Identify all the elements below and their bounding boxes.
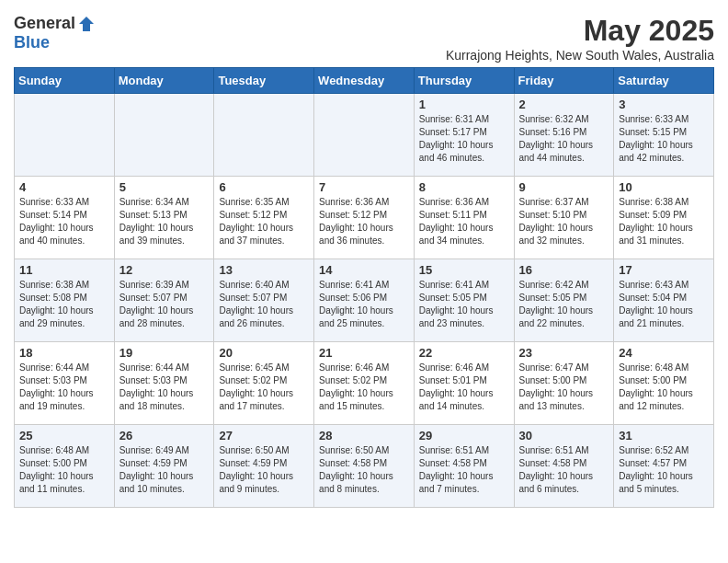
day-number: 25 <box>19 429 109 442</box>
calendar-cell: 29Sunrise: 6:51 AM Sunset: 4:58 PM Dayli… <box>414 425 514 508</box>
logo: General Blue <box>14 14 96 52</box>
day-number: 9 <box>519 180 609 194</box>
day-number: 18 <box>19 346 109 360</box>
day-number: 15 <box>419 263 509 277</box>
calendar-cell: 19Sunrise: 6:44 AM Sunset: 5:03 PM Dayli… <box>114 342 214 425</box>
day-number: 17 <box>619 263 709 277</box>
calendar-cell <box>15 94 115 177</box>
calendar-cell: 17Sunrise: 6:43 AM Sunset: 5:04 PM Dayli… <box>614 259 714 342</box>
calendar-cell: 20Sunrise: 6:45 AM Sunset: 5:02 PM Dayli… <box>214 342 314 425</box>
logo-general: General <box>14 14 75 33</box>
calendar-cell: 23Sunrise: 6:47 AM Sunset: 5:00 PM Dayli… <box>514 342 614 425</box>
day-info: Sunrise: 6:36 AM Sunset: 5:11 PM Dayligh… <box>419 196 509 247</box>
calendar-cell: 27Sunrise: 6:50 AM Sunset: 4:59 PM Dayli… <box>214 425 314 508</box>
day-number: 29 <box>419 429 509 442</box>
location-subtitle: Kurrajong Heights, New South Wales, Aust… <box>446 48 714 63</box>
day-number: 2 <box>519 98 609 111</box>
calendar-cell: 18Sunrise: 6:44 AM Sunset: 5:03 PM Dayli… <box>15 342 115 425</box>
day-number: 8 <box>419 180 509 194</box>
day-number: 4 <box>19 180 109 194</box>
day-number: 28 <box>319 429 409 442</box>
week-row-3: 11Sunrise: 6:38 AM Sunset: 5:08 PM Dayli… <box>15 259 714 342</box>
day-info: Sunrise: 6:50 AM Sunset: 4:59 PM Dayligh… <box>219 444 309 496</box>
day-number: 24 <box>619 346 709 360</box>
calendar-cell: 28Sunrise: 6:50 AM Sunset: 4:58 PM Dayli… <box>314 425 415 508</box>
day-info: Sunrise: 6:36 AM Sunset: 5:12 PM Dayligh… <box>319 196 409 247</box>
day-info: Sunrise: 6:52 AM Sunset: 4:57 PM Dayligh… <box>619 444 709 496</box>
day-info: Sunrise: 6:33 AM Sunset: 5:15 PM Dayligh… <box>619 113 709 165</box>
calendar-body: 1Sunrise: 6:31 AM Sunset: 5:17 PM Daylig… <box>15 94 714 508</box>
calendar-cell <box>314 94 415 177</box>
title-section: May 2025 Kurrajong Heights, New South Wa… <box>446 14 714 63</box>
day-info: Sunrise: 6:32 AM Sunset: 5:16 PM Dayligh… <box>519 113 609 165</box>
calendar-table: SundayMondayTuesdayWednesdayThursdayFrid… <box>14 67 714 508</box>
day-number: 16 <box>519 263 609 277</box>
week-row-5: 25Sunrise: 6:48 AM Sunset: 5:00 PM Dayli… <box>15 425 714 508</box>
day-number: 13 <box>219 263 309 277</box>
day-number: 27 <box>219 429 309 442</box>
calendar-cell: 9Sunrise: 6:37 AM Sunset: 5:10 PM Daylig… <box>514 177 614 259</box>
day-number: 30 <box>519 429 609 442</box>
calendar-cell: 26Sunrise: 6:49 AM Sunset: 4:59 PM Dayli… <box>114 425 214 508</box>
day-number: 22 <box>419 346 509 360</box>
calendar-cell: 4Sunrise: 6:33 AM Sunset: 5:14 PM Daylig… <box>15 177 115 259</box>
calendar-cell: 5Sunrise: 6:34 AM Sunset: 5:13 PM Daylig… <box>114 177 214 259</box>
day-info: Sunrise: 6:48 AM Sunset: 5:00 PM Dayligh… <box>19 444 109 496</box>
day-number: 21 <box>319 346 409 360</box>
day-info: Sunrise: 6:51 AM Sunset: 4:58 PM Dayligh… <box>419 444 509 496</box>
day-number: 14 <box>319 263 409 277</box>
calendar-cell: 21Sunrise: 6:46 AM Sunset: 5:02 PM Dayli… <box>314 342 415 425</box>
calendar-cell <box>114 94 214 177</box>
day-info: Sunrise: 6:41 AM Sunset: 5:05 PM Dayligh… <box>419 279 509 330</box>
day-info: Sunrise: 6:33 AM Sunset: 5:14 PM Dayligh… <box>19 196 109 247</box>
day-number: 6 <box>219 180 309 194</box>
day-number: 10 <box>619 180 709 194</box>
calendar-cell: 15Sunrise: 6:41 AM Sunset: 5:05 PM Dayli… <box>414 259 514 342</box>
day-info: Sunrise: 6:43 AM Sunset: 5:04 PM Dayligh… <box>619 279 709 330</box>
day-number: 26 <box>119 429 210 442</box>
day-info: Sunrise: 6:34 AM Sunset: 5:13 PM Dayligh… <box>119 196 210 247</box>
calendar-cell: 31Sunrise: 6:52 AM Sunset: 4:57 PM Dayli… <box>614 425 714 508</box>
calendar-cell: 12Sunrise: 6:39 AM Sunset: 5:07 PM Dayli… <box>114 259 214 342</box>
logo-blue: Blue <box>14 33 50 52</box>
day-info: Sunrise: 6:51 AM Sunset: 4:58 PM Dayligh… <box>519 444 609 496</box>
page-header: General Blue May 2025 Kurrajong Heights,… <box>14 14 714 63</box>
calendar-cell: 13Sunrise: 6:40 AM Sunset: 5:07 PM Dayli… <box>214 259 314 342</box>
day-info: Sunrise: 6:37 AM Sunset: 5:10 PM Dayligh… <box>519 196 609 247</box>
day-number: 5 <box>119 180 210 194</box>
calendar-cell: 11Sunrise: 6:38 AM Sunset: 5:08 PM Dayli… <box>15 259 115 342</box>
calendar-cell: 25Sunrise: 6:48 AM Sunset: 5:00 PM Dayli… <box>15 425 115 508</box>
logo-icon <box>77 15 96 33</box>
day-info: Sunrise: 6:39 AM Sunset: 5:07 PM Dayligh… <box>119 279 210 330</box>
day-info: Sunrise: 6:47 AM Sunset: 5:00 PM Dayligh… <box>519 362 609 413</box>
calendar-cell: 22Sunrise: 6:46 AM Sunset: 5:01 PM Dayli… <box>414 342 514 425</box>
week-row-1: 1Sunrise: 6:31 AM Sunset: 5:17 PM Daylig… <box>15 94 714 177</box>
day-info: Sunrise: 6:38 AM Sunset: 5:09 PM Dayligh… <box>619 196 709 247</box>
day-info: Sunrise: 6:46 AM Sunset: 5:02 PM Dayligh… <box>319 362 409 413</box>
day-number: 3 <box>619 98 709 111</box>
day-number: 20 <box>219 346 309 360</box>
calendar-header: SundayMondayTuesdayWednesdayThursdayFrid… <box>15 68 714 94</box>
weekday-friday: Friday <box>514 68 614 94</box>
day-info: Sunrise: 6:40 AM Sunset: 5:07 PM Dayligh… <box>219 279 309 330</box>
weekday-wednesday: Wednesday <box>314 68 415 94</box>
day-info: Sunrise: 6:38 AM Sunset: 5:08 PM Dayligh… <box>19 279 109 330</box>
day-number: 19 <box>119 346 210 360</box>
weekday-thursday: Thursday <box>414 68 514 94</box>
day-info: Sunrise: 6:44 AM Sunset: 5:03 PM Dayligh… <box>19 362 109 413</box>
day-number: 11 <box>19 263 109 277</box>
week-row-4: 18Sunrise: 6:44 AM Sunset: 5:03 PM Dayli… <box>15 342 714 425</box>
calendar-cell: 3Sunrise: 6:33 AM Sunset: 5:15 PM Daylig… <box>614 94 714 177</box>
svg-marker-0 <box>79 17 94 31</box>
day-info: Sunrise: 6:31 AM Sunset: 5:17 PM Dayligh… <box>419 113 509 165</box>
week-row-2: 4Sunrise: 6:33 AM Sunset: 5:14 PM Daylig… <box>15 177 714 259</box>
weekday-tuesday: Tuesday <box>214 68 314 94</box>
calendar-cell <box>214 94 314 177</box>
day-info: Sunrise: 6:45 AM Sunset: 5:02 PM Dayligh… <box>219 362 309 413</box>
day-info: Sunrise: 6:48 AM Sunset: 5:00 PM Dayligh… <box>619 362 709 413</box>
calendar-cell: 7Sunrise: 6:36 AM Sunset: 5:12 PM Daylig… <box>314 177 415 259</box>
calendar-cell: 16Sunrise: 6:42 AM Sunset: 5:05 PM Dayli… <box>514 259 614 342</box>
calendar-cell: 1Sunrise: 6:31 AM Sunset: 5:17 PM Daylig… <box>414 94 514 177</box>
day-info: Sunrise: 6:41 AM Sunset: 5:06 PM Dayligh… <box>319 279 409 330</box>
weekday-monday: Monday <box>114 68 214 94</box>
